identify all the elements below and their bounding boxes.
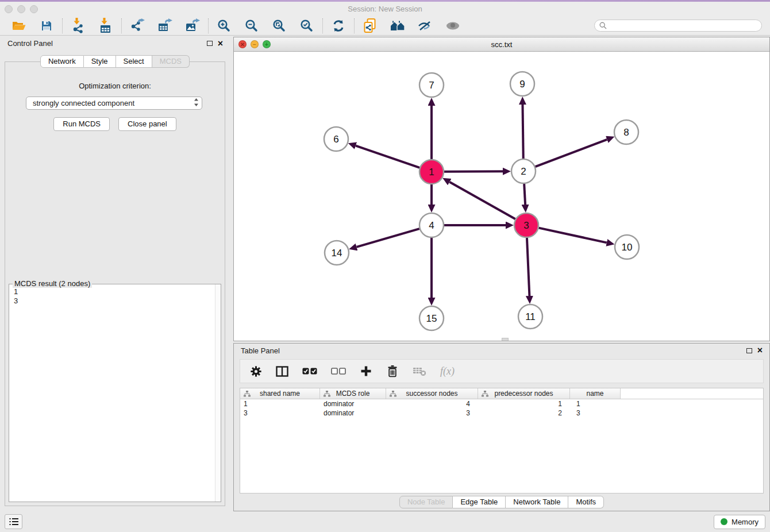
column-header-predecessor-nodes[interactable]: predecessor nodes	[478, 388, 570, 399]
graph-edge-2-3[interactable]	[524, 184, 525, 205]
network-window-titlebar[interactable]: ✕ − + scc.txt	[234, 37, 769, 52]
close-panel-button[interactable]: Close panel	[118, 117, 176, 131]
import-table-icon[interactable]	[98, 18, 114, 33]
export-image-icon[interactable]	[184, 18, 201, 33]
graph-edge-3-1[interactable]	[449, 182, 515, 219]
select-all-columns-icon[interactable]	[302, 364, 317, 379]
close-panel-icon[interactable]: ×	[218, 41, 223, 47]
column-header-shared-name[interactable]: shared name	[240, 388, 320, 399]
zoom-selected-icon[interactable]	[299, 18, 315, 33]
tab-motifs[interactable]: Motifs	[568, 496, 604, 508]
zoom-out-icon[interactable]	[244, 18, 260, 33]
deselect-all-columns-icon[interactable]	[331, 364, 346, 379]
network-canvas[interactable]: 1234678910111415	[234, 52, 769, 341]
graph-node-label: 4	[429, 220, 434, 231]
table-body: 1dominator4113dominator323	[240, 399, 763, 418]
table-toolbar: f(x)	[240, 359, 764, 383]
graph-edge-2-8[interactable]	[536, 140, 607, 167]
optimization-criterion-label: Optimization criterion:	[5, 82, 225, 90]
graph-node-label: 3	[523, 220, 529, 231]
dropdown-arrows-icon	[194, 98, 199, 108]
tab-node-table[interactable]: Node Table	[399, 496, 453, 508]
network-graph[interactable]: 1234678910111415	[234, 52, 769, 340]
criterion-value: strongly connected component	[33, 99, 134, 107]
delete-columns-icon[interactable]	[386, 364, 399, 379]
control-panel-title: Control Panel	[7, 39, 53, 48]
table-cell[interactable]: 3	[570, 409, 621, 417]
fit-content-icon[interactable]	[271, 18, 287, 33]
clone-network-icon[interactable]	[362, 18, 378, 33]
table-cell[interactable]: 1	[570, 400, 621, 408]
graph-node-label: 6	[333, 134, 338, 145]
mcds-result-title: MCDS result (2 nodes)	[13, 279, 92, 288]
memory-status-icon	[721, 518, 727, 525]
tab-network-table[interactable]: Network Table	[506, 496, 568, 508]
control-panel: Control Panel × Network Style Select MCD…	[0, 36, 230, 511]
column-type-icon	[482, 391, 488, 397]
export-table-icon[interactable]	[157, 18, 173, 33]
window-title: Session: New Session	[0, 5, 770, 13]
memory-button[interactable]: Memory	[714, 515, 765, 529]
table-cell[interactable]: 2	[478, 409, 570, 417]
graph-edge-3-11[interactable]	[527, 238, 529, 296]
save-session-icon[interactable]	[38, 18, 55, 33]
network-view-window: ✕ − + scc.txt 1234678910111415	[233, 37, 770, 341]
network-title: scc.txt	[234, 40, 769, 49]
mcds-result-text[interactable]: 1 3	[9, 284, 215, 502]
h-scrollbar-thumb[interactable]	[502, 338, 509, 341]
close-table-panel-icon[interactable]: ×	[757, 348, 763, 353]
table-cell[interactable]: 3	[240, 409, 320, 417]
column-header-mcds-role[interactable]: MCDS role	[320, 388, 386, 399]
run-mcds-button[interactable]: Run MCDS	[53, 117, 110, 131]
split-pane-icon[interactable]	[276, 364, 288, 379]
criterion-dropdown[interactable]: strongly connected component	[26, 97, 202, 110]
table-cell[interactable]: dominator	[320, 409, 386, 417]
tab-mcds[interactable]: MCDS	[152, 55, 190, 68]
graph-node-label: 15	[426, 313, 437, 324]
float-table-panel-icon[interactable]	[746, 348, 752, 353]
graph-node-label: 9	[519, 79, 525, 90]
show-all-icon[interactable]	[445, 18, 461, 33]
result-scrollbar[interactable]	[215, 284, 221, 502]
control-panel-tabs: Network Style Select MCDS	[0, 55, 230, 68]
table-row[interactable]: 3dominator323	[240, 408, 763, 418]
float-panel-icon[interactable]	[207, 41, 213, 46]
graph-node-label: 10	[622, 242, 633, 253]
table-cell[interactable]: 1	[478, 400, 570, 408]
open-session-icon[interactable]	[11, 18, 27, 33]
table-row[interactable]: 1dominator411	[240, 399, 763, 408]
status-bar: Memory	[0, 511, 770, 532]
graph-edge-4-14[interactable]	[357, 229, 419, 247]
graph-edge-1-6[interactable]	[356, 146, 419, 168]
column-header-name[interactable]: name	[570, 388, 621, 399]
first-neighbors-icon[interactable]	[390, 18, 406, 33]
tab-style[interactable]: Style	[84, 55, 116, 68]
column-type-icon	[324, 391, 330, 397]
mcds-result-group: MCDS result (2 nodes) 1 3	[9, 284, 221, 502]
column-settings-icon[interactable]	[249, 364, 262, 379]
apply-layout-icon[interactable]	[330, 18, 346, 33]
hide-selected-icon[interactable]	[417, 18, 433, 33]
tab-edge-table[interactable]: Edge Table	[453, 496, 506, 508]
add-column-icon[interactable]	[360, 364, 372, 379]
export-network-icon[interactable]	[129, 18, 145, 33]
zoom-in-icon[interactable]	[216, 18, 232, 33]
import-network-icon[interactable]	[70, 18, 86, 33]
table-panel-title: Table Panel	[241, 346, 280, 355]
table-cell[interactable]: dominator	[320, 400, 386, 408]
tab-network[interactable]: Network	[40, 55, 84, 68]
delete-table-icon[interactable]	[413, 364, 426, 379]
table-cell[interactable]: 1	[240, 400, 320, 408]
graph-edge-1-2[interactable]	[444, 171, 503, 172]
graph-edge-3-10[interactable]	[538, 228, 606, 243]
tab-select[interactable]: Select	[116, 55, 152, 68]
table-cell[interactable]: 4	[386, 400, 478, 408]
search-input[interactable]	[610, 22, 757, 30]
search-field[interactable]	[594, 20, 762, 32]
column-header-successor-nodes[interactable]: successor nodes	[386, 388, 478, 399]
function-builder-icon: f(x)	[440, 364, 455, 379]
task-history-button[interactable]	[5, 514, 22, 529]
graph-edge-2-9[interactable]	[522, 105, 523, 159]
table-header-row: shared name MCDS role successor nodes	[240, 388, 763, 399]
table-cell[interactable]: 3	[386, 409, 478, 417]
